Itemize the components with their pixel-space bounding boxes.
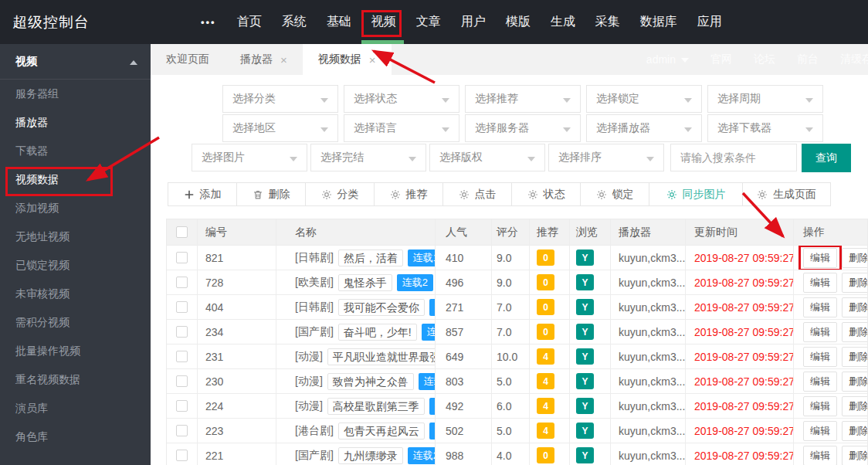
sidebar-item[interactable]: 未审核视频 xyxy=(0,280,151,308)
filter-select[interactable]: 选择版权 xyxy=(429,144,545,171)
delete-button[interactable]: 删除 xyxy=(842,396,867,416)
edit-button[interactable]: 编辑 xyxy=(803,372,837,392)
sidebar-item[interactable]: 播放器 xyxy=(0,108,151,137)
edit-button[interactable]: 编辑 xyxy=(803,446,837,465)
topnav-item[interactable]: 系统 xyxy=(272,0,317,44)
sidebar-item[interactable]: 视频数据 xyxy=(0,165,151,194)
close-icon[interactable]: × xyxy=(280,53,287,66)
edit-button[interactable]: 编辑 xyxy=(803,322,837,342)
topnav-item[interactable]: 模版 xyxy=(496,0,541,44)
filter-select[interactable]: 选择语言 xyxy=(344,114,459,142)
sidebar-item[interactable]: 已锁定视频 xyxy=(0,251,151,280)
gear-icon xyxy=(757,189,768,200)
topnav-item[interactable]: 应用 xyxy=(687,0,732,44)
generate-pages-button[interactable]: 生成页面 xyxy=(742,182,831,206)
topnav-item[interactable]: 首页 xyxy=(227,0,272,44)
filter-select[interactable]: 选择图片 xyxy=(192,144,307,171)
category-label: [日韩剧] xyxy=(295,251,334,265)
gear-icon xyxy=(390,189,401,200)
query-button[interactable]: 查询 xyxy=(802,144,851,172)
filter-select[interactable]: 选择排序 xyxy=(548,144,664,171)
sidebar-item[interactable]: 添加视频 xyxy=(0,194,151,222)
more-menu-icon[interactable]: ••• xyxy=(190,0,227,44)
topnav-item[interactable]: 用户 xyxy=(451,0,496,44)
sidebar-item[interactable]: 服务器组 xyxy=(0,80,151,108)
filter-select[interactable]: 选择周期 xyxy=(707,85,823,113)
row-checkbox[interactable] xyxy=(176,301,188,313)
filter-select[interactable]: 选择下载器 xyxy=(707,114,823,142)
delete-button[interactable]: 删除 xyxy=(842,273,867,293)
select-all-checkbox[interactable] xyxy=(176,226,188,238)
userbar-link-forum[interactable]: 论坛 xyxy=(754,53,775,66)
sidebar-item[interactable]: 下载器 xyxy=(0,137,151,165)
sidebar-item[interactable]: 批量操作视频 xyxy=(0,337,151,365)
row-checkbox[interactable] xyxy=(176,252,188,263)
edit-button[interactable]: 编辑 xyxy=(803,421,837,441)
cell-recommend: 4 xyxy=(530,369,570,394)
edit-button[interactable]: 编辑 xyxy=(803,396,837,416)
row-checkbox[interactable] xyxy=(176,351,188,362)
filter-select[interactable]: 选择播放器 xyxy=(586,114,702,142)
tab[interactable]: 欢迎页面 xyxy=(151,44,225,75)
tab[interactable]: 视频数据 × xyxy=(303,44,392,75)
filter-select[interactable]: 选择完结 xyxy=(310,144,426,171)
lock-button[interactable]: 锁定 xyxy=(580,182,649,206)
userbar-link-frontend[interactable]: 前台 xyxy=(797,53,819,66)
sync-images-button[interactable]: 同步图片 xyxy=(649,182,743,206)
topnav-item[interactable]: 数据库 xyxy=(630,0,687,44)
edit-button[interactable]: 编辑 xyxy=(803,347,837,367)
row-checkbox[interactable] xyxy=(176,277,188,288)
edit-button[interactable]: 编辑 xyxy=(803,248,837,268)
filter-select[interactable]: 选择推荐 xyxy=(465,85,581,113)
col-player: 播放器 xyxy=(611,219,686,246)
sidebar-item[interactable]: 演员库 xyxy=(0,394,151,423)
click-button[interactable]: 点击 xyxy=(442,182,512,206)
topnav-item[interactable]: 基础 xyxy=(317,0,361,44)
topnav-item[interactable]: 采集 xyxy=(585,0,630,44)
userbar-link-clear-cache[interactable]: 清缓存 xyxy=(840,53,868,66)
cell-score: 5.0 xyxy=(492,369,530,394)
delete-button[interactable]: 删除 xyxy=(842,322,867,342)
filter-select[interactable]: 选择状态 xyxy=(344,85,459,113)
sidebar-item[interactable]: 无地址视频 xyxy=(0,222,151,251)
recommend-button[interactable]: 推荐 xyxy=(374,182,443,206)
row-checkbox[interactable] xyxy=(176,375,188,387)
delete-button[interactable]: 删除 xyxy=(842,421,867,441)
cell-actions: 编辑 删除 xyxy=(794,369,867,394)
browse-badge: Y xyxy=(576,348,594,365)
topnav-item[interactable]: 视频 xyxy=(361,0,406,44)
filter-select[interactable]: 选择服务器 xyxy=(465,114,581,142)
close-icon[interactable]: × xyxy=(369,53,376,66)
filter-row-1: 选择分类 选择状态 选择推荐 选择锁定 选择周期 xyxy=(222,85,823,113)
delete-button[interactable]: 删除 xyxy=(842,297,867,317)
filter-select[interactable]: 选择地区 xyxy=(222,114,338,142)
user-menu[interactable]: admin xyxy=(646,53,689,66)
delete-button[interactable]: 删除 xyxy=(842,446,867,465)
cell-score: 7.0 xyxy=(492,320,530,345)
row-checkbox[interactable] xyxy=(176,400,188,412)
topnav-item[interactable]: 生成 xyxy=(541,0,585,44)
sidebar-group-video[interactable]: 视频 xyxy=(0,44,151,80)
delete-button[interactable]: 删除 xyxy=(842,248,867,268)
delete-button[interactable]: 删除 xyxy=(236,182,306,206)
filter-select[interactable]: 选择分类 xyxy=(222,85,338,113)
edit-button[interactable]: 编辑 xyxy=(803,297,837,317)
row-checkbox[interactable] xyxy=(176,425,188,436)
status-button[interactable]: 状态 xyxy=(511,182,581,206)
sidebar-item[interactable]: 重名视频数据 xyxy=(0,365,151,394)
userbar-link-official[interactable]: 官网 xyxy=(710,53,732,66)
delete-button[interactable]: 删除 xyxy=(842,372,867,392)
row-checkbox[interactable] xyxy=(176,326,188,338)
sidebar-item[interactable]: 角色库 xyxy=(0,423,151,451)
edit-button[interactable]: 编辑 xyxy=(803,273,837,293)
add-button[interactable]: 添加 xyxy=(168,182,237,206)
sidebar-item[interactable]: 需积分视频 xyxy=(0,308,151,337)
delete-button[interactable]: 删除 xyxy=(842,347,867,367)
search-input[interactable] xyxy=(670,144,797,171)
row-checkbox[interactable] xyxy=(176,450,188,461)
tab[interactable]: 播放器 × xyxy=(225,44,303,75)
select-value: 选择语言 xyxy=(354,121,397,135)
topnav-item[interactable]: 文章 xyxy=(406,0,451,44)
filter-select[interactable]: 选择锁定 xyxy=(586,85,702,113)
category-button[interactable]: 分类 xyxy=(305,182,375,206)
